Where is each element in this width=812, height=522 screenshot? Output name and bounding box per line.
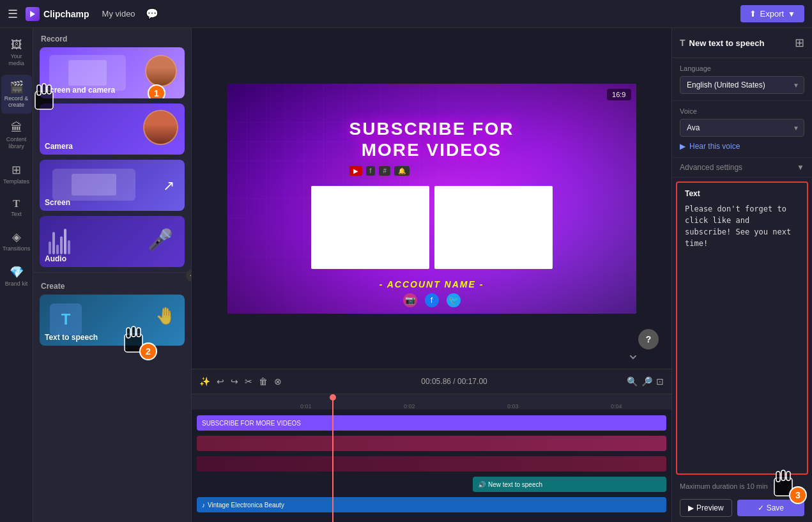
rp-buttons: ▶ Preview ✓ Save [672, 494, 812, 522]
zoom-out-icon[interactable]: 🔍 [627, 376, 638, 387]
rp-voice-label: Voice [680, 107, 804, 115]
sidebar-item-your-media[interactable]: 🖼 Your media [1, 33, 32, 72]
caption-icon[interactable]: ⊞ [795, 36, 804, 50]
social-bell: 🔔 [394, 166, 410, 176]
playhead[interactable] [332, 394, 333, 522]
social-tag: # [379, 166, 390, 176]
sidebar-item-text[interactable]: T Text [1, 193, 32, 223]
fb-icon: f [425, 293, 439, 307]
panel-divider [33, 272, 191, 273]
video-account-section: - ACCOUNT NAME - 📷 f 🐦 [379, 279, 484, 307]
sidebar-label-content-library: Contentlibrary [6, 136, 27, 150]
help-button[interactable]: ? [638, 329, 659, 349]
transitions-icon: ◈ [12, 230, 21, 244]
topbar: ☰ Clipchamp My video 💬 ⬆ Export ▼ [0, 0, 812, 28]
redo-icon[interactable]: ↪ [231, 376, 238, 387]
left-sidebar: 🖼 Your media 🎬 Record &create 🏛 Contentl… [0, 28, 33, 522]
magic-icon[interactable]: ✨ [199, 376, 210, 387]
create-section-title: Create [33, 275, 191, 295]
chat-icon[interactable]: 💬 [146, 8, 158, 20]
detach-icon[interactable]: ⊗ [274, 376, 282, 387]
clip-overlay2[interactable] [197, 456, 666, 472]
clip-main-video[interactable]: SUBSCRIBE FOR MORE VIDEOS [197, 415, 666, 431]
track-overlay1 [192, 434, 671, 453]
clip-audio[interactable]: ♪ Vintage Electronica Beauty [197, 497, 666, 512]
center-area: SUBSCRIBE FOR MORE VIDEOS ▶ f # 🔔 [192, 28, 671, 522]
audio-card[interactable]: 🎤 Audio [40, 216, 185, 267]
sidebar-item-content-library[interactable]: 🏛 Contentlibrary [1, 116, 32, 155]
rp-save-button[interactable]: ✓ Save [737, 500, 804, 516]
rp-duration-note: Maximum duration is 10 min [672, 479, 812, 494]
rp-language-select[interactable]: English (United States) [680, 76, 804, 94]
app-logo: Clipchamp [26, 7, 89, 21]
video-panel-left [311, 186, 429, 269]
camera-card[interactable]: Camera [40, 104, 185, 155]
export-button[interactable]: ⬆ Export ▼ [740, 5, 804, 22]
audio-label: Audio [45, 254, 66, 263]
screen-camera-card[interactable]: Screen and camera 1 [40, 47, 185, 98]
export-dropdown-arrow: ▼ [788, 10, 795, 19]
menu-icon[interactable]: ☰ [8, 7, 18, 21]
record-panel: Record Screen and camera 1 [33, 28, 192, 522]
play-circle-icon: ▶ [680, 142, 686, 151]
rp-language-section: Language English (United States) ▼ [672, 58, 812, 101]
sidebar-label-text: Text [11, 211, 22, 218]
screen-card[interactable]: ↗ Screen [40, 160, 185, 211]
rp-preview-button[interactable]: ▶ Preview [680, 499, 732, 517]
video-title[interactable]: My video [102, 9, 135, 19]
video-preview: SUBSCRIBE FOR MORE VIDEOS ▶ f # 🔔 [192, 28, 671, 369]
sidebar-item-templates[interactable]: ⊞ Templates [1, 158, 32, 190]
timeline: 0:01 0:02 0:03 0:04 SUBSCRIBE FOR MORE V… [192, 394, 671, 522]
tts-track-icon: 🔊 [478, 481, 486, 488]
track-tts: 🔊 New text to speech [192, 475, 671, 494]
clip-overlay1[interactable] [197, 436, 666, 451]
rp-advanced-settings[interactable]: Advanced settings ▼ [672, 158, 812, 178]
zoom-in-icon[interactable]: 🔎 [641, 376, 652, 387]
sidebar-item-record-create[interactable]: 🎬 Record &create [1, 75, 32, 114]
sidebar-label-templates: Templates [3, 178, 29, 185]
sidebar-item-transitions[interactable]: ◈ Transitions [1, 225, 32, 257]
export-label: Export [760, 9, 785, 19]
video-canvas: SUBSCRIBE FOR MORE VIDEOS ▶ f # 🔔 [227, 84, 636, 314]
video-two-panels [311, 186, 553, 269]
video-social-bar: ▶ f # 🔔 [349, 166, 514, 176]
sidebar-label-your-media: Your media [4, 53, 29, 67]
track-overlay2 [192, 454, 671, 473]
main-layout: 🖼 Your media 🎬 Record &create 🏛 Contentl… [0, 28, 812, 522]
rp-language-wrapper: English (United States) ▼ [680, 76, 804, 94]
your-media-icon: 🖼 [11, 38, 22, 52]
rp-voice-select[interactable]: Ava [680, 119, 804, 137]
content-library-icon: 🏛 [11, 121, 22, 135]
advanced-expand-icon: ▼ [797, 163, 804, 172]
ruler-tick-2: 0:02 [404, 403, 415, 410]
rp-text-input[interactable] [685, 203, 799, 467]
zoom-controls: 🔍 🔎 ⊡ [627, 376, 664, 387]
rp-advanced-label: Advanced settings [680, 163, 742, 172]
delete-icon[interactable]: 🗑 [259, 376, 268, 387]
preview-play-icon: ▶ [688, 503, 694, 512]
sidebar-label-record-create: Record &create [4, 95, 29, 109]
brand-kit-icon: 💎 [10, 265, 24, 279]
undo-icon[interactable]: ↩ [217, 376, 224, 387]
clip-tts[interactable]: 🔊 New text to speech [473, 477, 666, 492]
video-panel-right [434, 186, 553, 269]
step-1-badge: 1 [148, 84, 165, 98]
tts-card[interactable]: T 🤚 Text to speech [40, 295, 185, 346]
sidebar-item-brand-kit[interactable]: 💎 Brand kit [1, 260, 32, 293]
timeline-ruler: 0:01 0:02 0:03 0:04 [192, 394, 671, 410]
sidebar-label-transitions: Transitions [3, 245, 31, 252]
video-container: SUBSCRIBE FOR MORE VIDEOS ▶ f # 🔔 [227, 84, 636, 314]
social-fb: f [366, 166, 376, 176]
screen-camera-label: Screen and camera [45, 86, 115, 95]
rp-voice-wrapper: Ava ▼ [680, 119, 804, 137]
export-icon: ⬆ [749, 9, 756, 19]
rp-hear-voice-button[interactable]: ▶ Hear this voice [680, 142, 804, 151]
current-time: 00:05.86 / 00:17.00 [421, 377, 487, 386]
fit-icon[interactable]: ⊡ [656, 376, 664, 387]
svg-marker-0 [30, 11, 35, 17]
video-title-text: SUBSCRIBE FOR MORE VIDEOS [349, 118, 514, 161]
record-section-title: Record [33, 28, 191, 47]
app-name: Clipchamp [43, 9, 89, 19]
templates-icon: ⊞ [11, 163, 21, 177]
cut-icon[interactable]: ✂ [245, 376, 252, 387]
